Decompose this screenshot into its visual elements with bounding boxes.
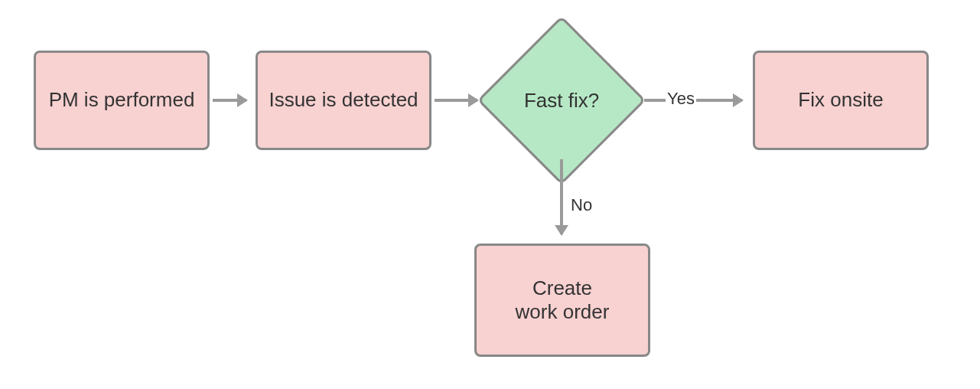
flowchart-canvas: PM is performed Issue is detected Fast f… — [0, 0, 980, 389]
edge-label-yes: Yes — [666, 89, 696, 109]
arrowhead-down-icon — [555, 225, 568, 236]
arrowhead-right-icon — [237, 93, 248, 107]
arrow-pm-to-issue — [213, 99, 246, 102]
node-pm-performed: PM is performed — [34, 51, 210, 150]
node-label-line1: Create — [532, 276, 592, 300]
node-label: Issue is detected — [269, 88, 418, 112]
node-fix-onsite: Fix onsite — [753, 51, 929, 150]
node-label-line2: work order — [516, 300, 610, 324]
node-create-work-order: Create work order — [474, 244, 650, 357]
node-label: PM is performed — [49, 88, 195, 112]
node-label: Fix onsite — [798, 88, 883, 112]
node-decision-fast-fix: Fast fix? — [477, 43, 646, 158]
arrow-decision-to-workorder — [560, 159, 563, 234]
node-issue-detected: Issue is detected — [256, 51, 431, 150]
arrow-issue-to-decision — [435, 99, 477, 102]
edge-label-no: No — [569, 195, 594, 215]
arrowhead-right-icon — [733, 93, 744, 107]
